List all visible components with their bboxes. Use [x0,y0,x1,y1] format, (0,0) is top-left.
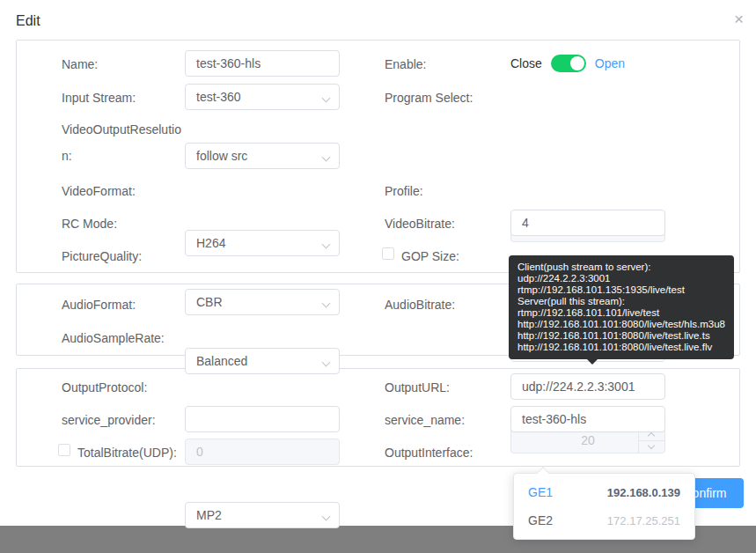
profile-label: Profile: [385,184,423,198]
service-provider-label: service_provider: [62,413,156,427]
tooltip-line: rtmp://192.168.101.101/live/test [517,307,725,319]
chevron-down-icon [322,153,331,162]
input-stream-label: Input Stream: [62,91,136,105]
video-format-select[interactable]: H264 [185,230,340,256]
enable-switch-group: Close Open [510,55,625,72]
gop-size-label: GOP Size: [401,249,459,263]
name-input[interactable] [185,50,340,77]
dropdown-option-ge1[interactable]: GE1 192.168.0.139 [514,478,694,506]
tooltip-line: Client(push stream to server): [517,262,725,273]
chevron-down-icon [322,299,331,308]
chevron-down-icon [322,358,331,367]
rc-mode-select[interactable]: CBR [185,289,340,315]
audio-bitrate-label: AudioBitrate: [385,298,455,312]
tooltip-line: udp://224.2.2.3:3001 [517,273,725,284]
chevron-down-icon [322,94,331,103]
audio-format-select[interactable]: MP2 [185,502,340,528]
output-url-input[interactable] [510,373,665,400]
dropdown-caret [537,467,549,479]
total-bitrate-input[interactable] [185,439,340,465]
dialog-title: Edit [16,13,40,29]
switch-off-label: Close [510,56,542,70]
service-provider-input[interactable] [185,406,340,432]
tooltip-line: http://192.168.101.101:8080/live/test/hl… [517,319,725,330]
tooltip-line: http://192.168.101.101:8080/live/test.li… [517,330,725,342]
stream-url-tooltip: Client(push stream to server): udp://224… [509,255,734,359]
service-name-input[interactable] [510,406,665,432]
audio-sample-rate-label: AudioSampleRate: [62,331,165,345]
video-output-resolution-label: VideoOutputReselution: [62,116,187,169]
output-protocol-label: OutputProtocol: [62,380,147,394]
rc-mode-label: RC Mode: [62,217,117,231]
name-label: Name: [62,57,98,71]
close-icon[interactable]: × [734,11,744,27]
audio-format-label: AudioFormat: [62,298,136,312]
tooltip-arrow [587,359,598,365]
chevron-down-icon [322,512,331,521]
total-bitrate-label: TotalBitrate(UDP): [77,446,177,460]
tooltip-line: rtmp://192.168.101.135:1935/live/test [517,284,725,296]
tooltip-line: http://192.168.101.101:8080/live/test.li… [517,342,725,353]
switch-on-label: Open [595,56,625,70]
gop-size-checkbox[interactable] [382,247,394,260]
program-select-label: Program Select: [385,91,473,105]
picture-quality-label: PictureQuality: [62,249,142,263]
spinner-down-icon[interactable] [639,440,664,453]
output-interface-label: OutputInterface: [385,446,473,460]
total-bitrate-checkbox[interactable] [58,444,70,456]
enable-toggle[interactable] [551,55,586,72]
tooltip-line: Server(pull this stream): [517,296,725,307]
output-interface-dropdown: GE1 192.168.0.139 GE2 172.17.25.251 [513,473,695,540]
video-format-label: VideoFormat: [62,184,136,198]
input-stream-select[interactable]: test-360 [185,84,340,110]
service-name-label: service_name: [385,413,465,427]
video-output-resolution-select[interactable]: follow src [185,143,340,169]
enable-label: Enable: [385,57,426,71]
video-bitrate-input[interactable] [510,210,665,236]
chevron-down-icon [322,240,331,249]
dropdown-option-ge2[interactable]: GE2 172.17.25.251 [514,506,694,535]
picture-quality-select[interactable]: Balanced [185,348,340,374]
toggle-knob [570,56,584,70]
output-url-label: OutputURL: [385,380,450,394]
video-bitrate-label: VideoBitrate: [385,217,455,231]
